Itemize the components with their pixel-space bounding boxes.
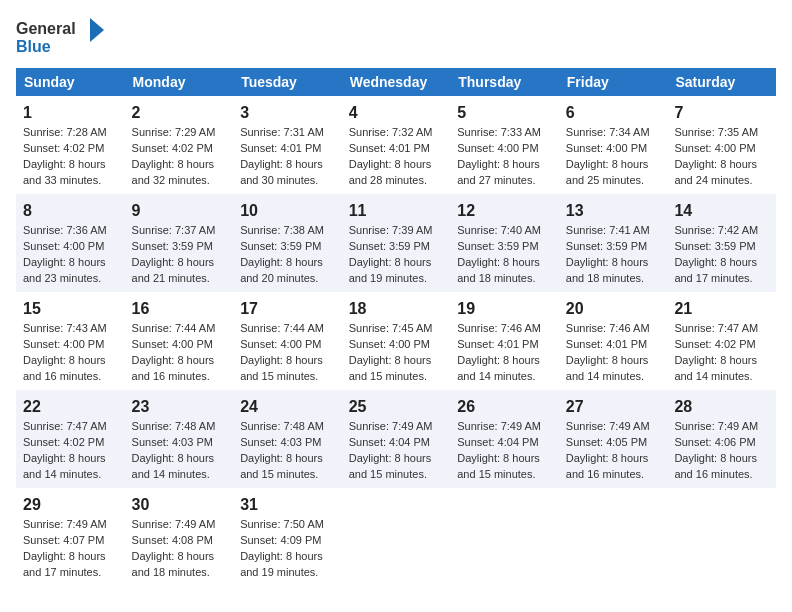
svg-marker-2 [90,18,104,42]
cell-line: Sunrise: 7:47 AM [23,419,118,435]
calendar-cell: 16Sunrise: 7:44 AMSunset: 4:00 PMDayligh… [125,292,234,390]
cell-line: Daylight: 8 hours [132,353,227,369]
day-number: 12 [457,199,552,222]
cell-line: and 18 minutes. [132,565,227,581]
cell-line: Sunset: 4:02 PM [23,435,118,451]
calendar-row: 8Sunrise: 7:36 AMSunset: 4:00 PMDaylight… [16,194,776,292]
cell-line: Sunrise: 7:39 AM [349,223,444,239]
cell-line: Daylight: 8 hours [240,353,335,369]
calendar-cell: 22Sunrise: 7:47 AMSunset: 4:02 PMDayligh… [16,390,125,488]
day-number: 30 [132,493,227,516]
day-number: 5 [457,101,552,124]
calendar-cell: 29Sunrise: 7:49 AMSunset: 4:07 PMDayligh… [16,488,125,586]
cell-line: Daylight: 8 hours [23,255,118,271]
calendar-cell: 23Sunrise: 7:48 AMSunset: 4:03 PMDayligh… [125,390,234,488]
cell-line: Daylight: 8 hours [457,157,552,173]
cell-line: Sunset: 4:04 PM [457,435,552,451]
cell-line: Sunrise: 7:50 AM [240,517,335,533]
cell-line: Sunrise: 7:34 AM [566,125,661,141]
svg-text:General: General [16,20,76,37]
cell-line: Daylight: 8 hours [240,255,335,271]
cell-line: Sunset: 3:59 PM [349,239,444,255]
cell-line: Sunset: 3:59 PM [457,239,552,255]
day-number: 17 [240,297,335,320]
calendar-row: 29Sunrise: 7:49 AMSunset: 4:07 PMDayligh… [16,488,776,586]
day-number: 23 [132,395,227,418]
day-number: 14 [674,199,769,222]
calendar-cell [667,488,776,586]
cell-line: and 17 minutes. [23,565,118,581]
cell-line: Sunrise: 7:38 AM [240,223,335,239]
day-number: 6 [566,101,661,124]
cell-line: and 25 minutes. [566,173,661,189]
calendar-cell: 6Sunrise: 7:34 AMSunset: 4:00 PMDaylight… [559,96,668,194]
cell-line: Sunrise: 7:48 AM [132,419,227,435]
cell-line: Sunset: 4:02 PM [674,337,769,353]
cell-line: and 19 minutes. [349,271,444,287]
cell-line: Daylight: 8 hours [132,549,227,565]
day-number: 8 [23,199,118,222]
cell-line: Sunset: 4:00 PM [457,141,552,157]
cell-line: Daylight: 8 hours [240,157,335,173]
cell-line: Sunset: 4:03 PM [240,435,335,451]
cell-line: Daylight: 8 hours [566,451,661,467]
cell-line: Sunset: 4:04 PM [349,435,444,451]
calendar-cell: 15Sunrise: 7:43 AMSunset: 4:00 PMDayligh… [16,292,125,390]
cell-line: Sunrise: 7:29 AM [132,125,227,141]
cell-line: Sunset: 4:05 PM [566,435,661,451]
cell-line: and 17 minutes. [674,271,769,287]
cell-line: Sunset: 3:59 PM [132,239,227,255]
cell-line: Sunset: 4:00 PM [674,141,769,157]
day-number: 1 [23,101,118,124]
calendar-cell: 18Sunrise: 7:45 AMSunset: 4:00 PMDayligh… [342,292,451,390]
calendar-cell: 21Sunrise: 7:47 AMSunset: 4:02 PMDayligh… [667,292,776,390]
cell-line: Daylight: 8 hours [132,255,227,271]
cell-line: Sunrise: 7:44 AM [240,321,335,337]
calendar-cell: 9Sunrise: 7:37 AMSunset: 3:59 PMDaylight… [125,194,234,292]
cell-line: Sunrise: 7:47 AM [674,321,769,337]
cell-line: Sunset: 4:02 PM [23,141,118,157]
cell-line: Daylight: 8 hours [457,451,552,467]
cell-line: and 16 minutes. [674,467,769,483]
cell-line: Sunset: 4:00 PM [23,239,118,255]
cell-line: Sunrise: 7:48 AM [240,419,335,435]
calendar-cell: 28Sunrise: 7:49 AMSunset: 4:06 PMDayligh… [667,390,776,488]
cell-line: Daylight: 8 hours [23,353,118,369]
calendar-row: 22Sunrise: 7:47 AMSunset: 4:02 PMDayligh… [16,390,776,488]
cell-line: Sunrise: 7:35 AM [674,125,769,141]
cell-line: Sunrise: 7:32 AM [349,125,444,141]
cell-line: Daylight: 8 hours [566,157,661,173]
cell-line: Sunset: 4:07 PM [23,533,118,549]
cell-line: and 16 minutes. [132,369,227,385]
day-number: 15 [23,297,118,320]
cell-line: Sunrise: 7:31 AM [240,125,335,141]
cell-line: and 32 minutes. [132,173,227,189]
calendar-header-row: SundayMondayTuesdayWednesdayThursdayFrid… [16,68,776,96]
day-number: 24 [240,395,335,418]
cell-line: Daylight: 8 hours [566,353,661,369]
cell-line: Daylight: 8 hours [674,451,769,467]
cell-line: and 16 minutes. [566,467,661,483]
cell-line: and 14 minutes. [457,369,552,385]
calendar-cell: 31Sunrise: 7:50 AMSunset: 4:09 PMDayligh… [233,488,342,586]
cell-line: Daylight: 8 hours [23,549,118,565]
cell-line: Sunrise: 7:46 AM [566,321,661,337]
header-wednesday: Wednesday [342,68,451,96]
cell-line: and 15 minutes. [240,467,335,483]
calendar-cell: 17Sunrise: 7:44 AMSunset: 4:00 PMDayligh… [233,292,342,390]
calendar-cell: 2Sunrise: 7:29 AMSunset: 4:02 PMDaylight… [125,96,234,194]
cell-line: and 15 minutes. [349,369,444,385]
cell-line: Daylight: 8 hours [566,255,661,271]
cell-line: Sunrise: 7:49 AM [23,517,118,533]
cell-line: and 18 minutes. [457,271,552,287]
cell-line: Daylight: 8 hours [240,549,335,565]
cell-line: Daylight: 8 hours [132,157,227,173]
day-number: 13 [566,199,661,222]
day-number: 9 [132,199,227,222]
cell-line: and 23 minutes. [23,271,118,287]
calendar-cell [450,488,559,586]
calendar-cell: 26Sunrise: 7:49 AMSunset: 4:04 PMDayligh… [450,390,559,488]
calendar-cell: 20Sunrise: 7:46 AMSunset: 4:01 PMDayligh… [559,292,668,390]
calendar-row: 1Sunrise: 7:28 AMSunset: 4:02 PMDaylight… [16,96,776,194]
cell-line: and 30 minutes. [240,173,335,189]
